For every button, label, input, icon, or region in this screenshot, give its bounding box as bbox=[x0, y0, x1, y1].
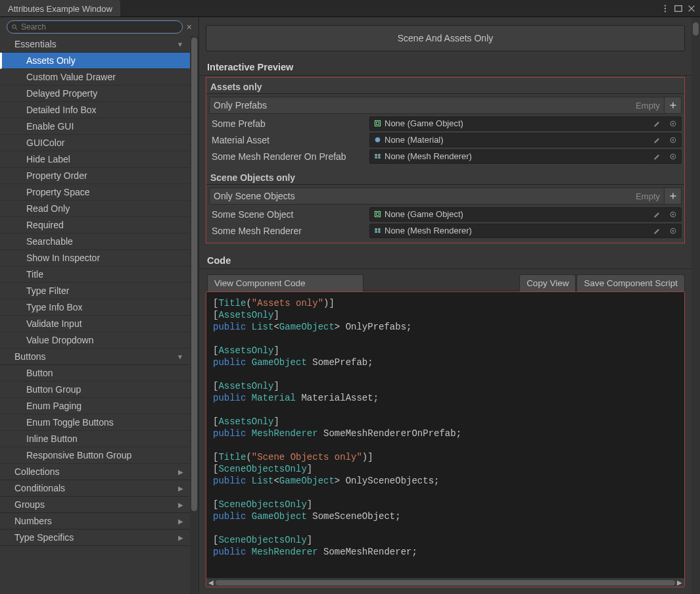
sidebar-item[interactable]: Show In Inspector bbox=[0, 250, 190, 266]
sidebar-item[interactable]: Validate Input bbox=[0, 316, 190, 332]
object-field[interactable]: None (Mesh Renderer) bbox=[369, 149, 682, 164]
sidebar-item-label: Hide Label bbox=[26, 154, 70, 164]
sidebar-item-label: Custom Value Drawer bbox=[26, 72, 116, 82]
property-row: Some Mesh Renderer On PrefabNone (Mesh R… bbox=[209, 148, 682, 164]
sidebar-item-label: Detailed Info Box bbox=[26, 105, 97, 115]
sidebar-item[interactable]: Type Info Box bbox=[0, 299, 190, 316]
sidebar-item-label: Responsive Button Group bbox=[26, 450, 131, 460]
sidebar-item[interactable]: Property Order bbox=[0, 168, 190, 184]
sidebar-scrollbar[interactable] bbox=[190, 36, 198, 594]
sidebar-category[interactable]: Buttons▼ bbox=[0, 349, 190, 365]
search-icon bbox=[11, 24, 18, 31]
property-label: Material Asset bbox=[209, 135, 369, 145]
sidebar-item[interactable]: Enable GUI bbox=[0, 118, 190, 135]
svg-rect-19 bbox=[376, 212, 379, 215]
sidebar-category[interactable]: Numbers▶ bbox=[0, 513, 190, 530]
chevron-right-icon: ▶ bbox=[178, 501, 183, 508]
sidebar-item-label: Enum Paging bbox=[26, 401, 82, 411]
sidebar-item[interactable]: Delayed Property bbox=[0, 86, 190, 102]
search-input[interactable] bbox=[21, 22, 178, 32]
object-field[interactable]: None (Game Object) bbox=[369, 116, 682, 131]
object-field[interactable]: None (Mesh Renderer) bbox=[369, 224, 682, 238]
tab-view-code[interactable]: View Component Code bbox=[207, 274, 363, 291]
svg-rect-12 bbox=[375, 154, 377, 156]
tab-copy-view[interactable]: Copy View bbox=[519, 274, 576, 291]
sidebar-item[interactable]: GUIColor bbox=[0, 135, 190, 151]
empty-label: Empty bbox=[636, 101, 664, 111]
only-prefabs-header[interactable]: Only Prefabs Empty bbox=[209, 97, 682, 114]
clear-search-icon[interactable]: × bbox=[185, 22, 193, 32]
sidebar-item[interactable]: Value Dropdown bbox=[0, 332, 190, 349]
edit-icon[interactable] bbox=[651, 153, 664, 161]
sidebar-item[interactable]: Hide Label bbox=[0, 151, 190, 168]
sidebar-category[interactable]: Collections▶ bbox=[0, 464, 190, 480]
sidebar-item[interactable]: Assets Only bbox=[0, 53, 190, 69]
close-icon[interactable] bbox=[687, 4, 696, 13]
object-field-value: None (Mesh Renderer) bbox=[385, 226, 648, 235]
sidebar-item-label: Property Space bbox=[26, 187, 90, 197]
sidebar-category[interactable]: Type Specifics▶ bbox=[0, 530, 190, 546]
svg-rect-13 bbox=[378, 154, 380, 156]
edit-icon[interactable] bbox=[651, 227, 664, 235]
sidebar-item[interactable]: Title bbox=[0, 266, 190, 283]
object-field[interactable]: None (Material) bbox=[369, 133, 682, 147]
maximize-icon[interactable] bbox=[674, 4, 683, 13]
sidebar-item[interactable]: Required bbox=[0, 217, 190, 234]
add-button[interactable] bbox=[664, 188, 681, 204]
property-row: Some Scene ObjectNone (Game Object) bbox=[209, 206, 682, 222]
only-scene-header[interactable]: Only Scene Objects Empty bbox=[209, 187, 682, 205]
sidebar-item[interactable]: Button bbox=[0, 365, 190, 382]
edit-icon[interactable] bbox=[651, 120, 664, 128]
sidebar-item-label: Delayed Property bbox=[26, 88, 97, 99]
empty-label: Empty bbox=[636, 191, 664, 201]
main-scrollbar[interactable] bbox=[691, 17, 700, 594]
edit-icon[interactable] bbox=[651, 210, 664, 218]
property-label: Some Mesh Renderer On Prefab bbox=[209, 151, 369, 162]
sidebar-item[interactable]: Custom Value Drawer bbox=[0, 69, 190, 86]
edit-icon[interactable] bbox=[651, 136, 664, 144]
property-label: Some Scene Object bbox=[209, 209, 369, 220]
object-field-value: None (Material) bbox=[385, 135, 648, 145]
sidebar-item[interactable]: Read Only bbox=[0, 201, 190, 217]
svg-rect-6 bbox=[376, 122, 379, 124]
object-picker-icon[interactable] bbox=[666, 153, 680, 161]
property-row: Material AssetNone (Material) bbox=[209, 132, 682, 148]
chevron-right-icon: ▶ bbox=[178, 468, 183, 476]
code-text[interactable]: [Title("Assets only")] [AssetsOnly] publ… bbox=[206, 292, 684, 578]
sidebar-item[interactable]: Property Space bbox=[0, 184, 190, 201]
sidebar-item[interactable]: Detailed Info Box bbox=[0, 102, 190, 118]
sidebar-item[interactable]: Responsive Button Group bbox=[0, 447, 190, 464]
page-title: Scene And Assets Only bbox=[206, 25, 685, 51]
svg-point-1 bbox=[665, 7, 666, 9]
sidebar-item[interactable]: Button Group bbox=[0, 382, 190, 398]
sidebar-item-label: Enable GUI bbox=[26, 121, 74, 132]
menu-dots-icon[interactable] bbox=[661, 4, 670, 13]
svg-rect-25 bbox=[378, 231, 380, 233]
search-box[interactable] bbox=[7, 20, 183, 34]
object-picker-icon[interactable] bbox=[666, 136, 680, 144]
sidebar-category[interactable]: Conditionals▶ bbox=[0, 480, 190, 497]
sidebar-item[interactable]: Searchable bbox=[0, 234, 190, 250]
object-picker-icon[interactable] bbox=[666, 210, 680, 218]
sidebar-item-label: Type Info Box bbox=[26, 302, 83, 312]
sidebar-item[interactable]: Enum Toggle Buttons bbox=[0, 414, 190, 431]
sidebar-tree[interactable]: Essentials▼Assets OnlyCustom Value Drawe… bbox=[0, 36, 190, 594]
scroll-left-icon[interactable]: ◀ bbox=[206, 579, 216, 586]
scroll-right-icon[interactable]: ▶ bbox=[675, 579, 684, 586]
sidebar-item[interactable]: Enum Paging bbox=[0, 398, 190, 414]
object-picker-icon[interactable] bbox=[666, 227, 680, 235]
sidebar-item[interactable]: Type Filter bbox=[0, 283, 190, 299]
sidebar-item[interactable]: Inline Button bbox=[0, 431, 190, 447]
tab-save-script[interactable]: Save Component Script bbox=[576, 274, 685, 291]
sidebar-category[interactable]: Groups▶ bbox=[0, 497, 190, 513]
add-button[interactable] bbox=[664, 97, 681, 113]
property-row: Some PrefabNone (Game Object) bbox=[209, 115, 682, 132]
svg-rect-15 bbox=[378, 157, 380, 159]
object-field[interactable]: None (Game Object) bbox=[369, 207, 682, 222]
sidebar-item-label: Read Only bbox=[26, 203, 70, 214]
code-h-scrollbar[interactable]: ◀ ▶ bbox=[206, 578, 684, 587]
sidebar-item-label: Title bbox=[26, 269, 43, 280]
window-tab[interactable]: Attributes Example Window bbox=[0, 0, 120, 16]
object-picker-icon[interactable] bbox=[666, 120, 680, 128]
sidebar-category[interactable]: Essentials▼ bbox=[0, 36, 190, 53]
